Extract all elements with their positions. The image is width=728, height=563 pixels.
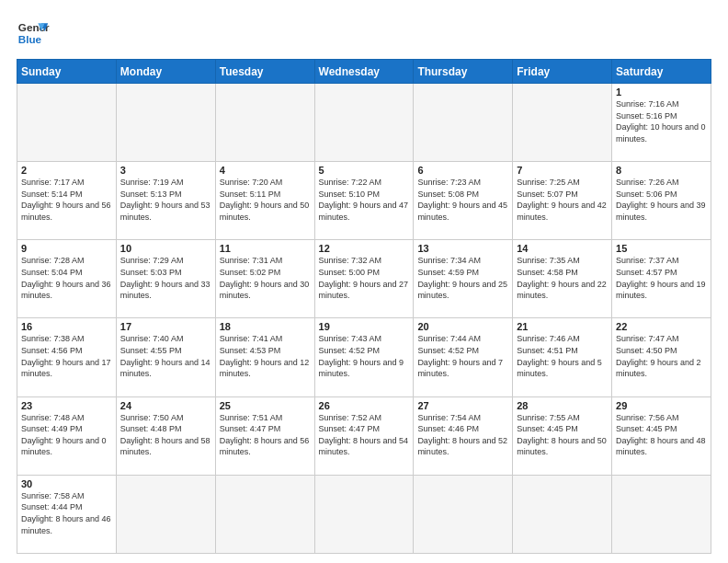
calendar-cell: 28Sunrise: 7:55 AMSunset: 4:45 PMDayligh… — [513, 396, 612, 475]
header-thursday: Thursday — [414, 60, 513, 84]
day-number: 22 — [616, 321, 707, 332]
day-info: Sunrise: 7:19 AMSunset: 5:13 PMDaylight:… — [120, 177, 211, 223]
day-info: Sunrise: 7:29 AMSunset: 5:03 PMDaylight:… — [120, 255, 211, 301]
day-info: Sunrise: 7:26 AMSunset: 5:06 PMDaylight:… — [616, 177, 707, 223]
calendar-cell: 6Sunrise: 7:23 AMSunset: 5:08 PMDaylight… — [414, 162, 513, 240]
calendar-cell — [215, 84, 314, 162]
header-friday: Friday — [513, 60, 612, 84]
header-saturday: Saturday — [612, 60, 711, 84]
day-info: Sunrise: 7:23 AMSunset: 5:08 PMDaylight:… — [417, 177, 508, 223]
day-info: Sunrise: 7:40 AMSunset: 4:55 PMDaylight:… — [120, 333, 211, 379]
day-number: 26 — [319, 400, 410, 411]
calendar-cell: 27Sunrise: 7:54 AMSunset: 4:46 PMDayligh… — [414, 396, 513, 475]
day-info: Sunrise: 7:25 AMSunset: 5:07 PMDaylight:… — [517, 177, 608, 223]
day-info: Sunrise: 7:58 AMSunset: 4:44 PMDaylight:… — [21, 490, 112, 536]
day-info: Sunrise: 7:44 AMSunset: 4:52 PMDaylight:… — [417, 333, 508, 379]
day-info: Sunrise: 7:52 AMSunset: 4:47 PMDaylight:… — [319, 412, 410, 458]
calendar-cell: 16Sunrise: 7:38 AMSunset: 4:56 PMDayligh… — [17, 318, 117, 396]
day-info: Sunrise: 7:37 AMSunset: 4:57 PMDaylight:… — [616, 255, 707, 301]
day-info: Sunrise: 7:51 AMSunset: 4:47 PMDaylight:… — [220, 412, 311, 458]
calendar-cell: 3Sunrise: 7:19 AMSunset: 5:13 PMDaylight… — [116, 162, 215, 240]
calendar-cell: 13Sunrise: 7:34 AMSunset: 4:59 PMDayligh… — [414, 240, 513, 318]
calendar-week-row: 2Sunrise: 7:17 AMSunset: 5:14 PMDaylight… — [17, 162, 711, 240]
day-info: Sunrise: 7:34 AMSunset: 4:59 PMDaylight:… — [417, 255, 508, 301]
day-number: 29 — [616, 400, 707, 411]
header-monday: Monday — [116, 60, 215, 84]
day-info: Sunrise: 7:20 AMSunset: 5:11 PMDaylight:… — [220, 177, 311, 223]
header-wednesday: Wednesday — [314, 60, 414, 84]
calendar-week-row: 9Sunrise: 7:28 AMSunset: 5:04 PMDaylight… — [17, 240, 711, 318]
day-number: 16 — [21, 321, 112, 332]
day-number: 3 — [120, 165, 211, 176]
calendar-cell: 26Sunrise: 7:52 AMSunset: 4:47 PMDayligh… — [314, 396, 414, 475]
day-number: 9 — [21, 243, 112, 254]
day-number: 21 — [517, 321, 608, 332]
calendar-header-row: Sunday Monday Tuesday Wednesday Thursday… — [17, 60, 711, 84]
day-info: Sunrise: 7:55 AMSunset: 4:45 PMDaylight:… — [517, 412, 608, 458]
day-info: Sunrise: 7:31 AMSunset: 5:02 PMDaylight:… — [220, 255, 311, 301]
calendar-cell: 5Sunrise: 7:22 AMSunset: 5:10 PMDaylight… — [314, 162, 414, 240]
calendar-cell — [414, 475, 513, 553]
calendar-cell: 30Sunrise: 7:58 AMSunset: 4:44 PMDayligh… — [17, 475, 117, 553]
calendar-cell: 11Sunrise: 7:31 AMSunset: 5:02 PMDayligh… — [215, 240, 314, 318]
day-info: Sunrise: 7:17 AMSunset: 5:14 PMDaylight:… — [21, 177, 112, 223]
page: General Blue Sunday Monday Tuesday Wedne… — [0, 0, 728, 563]
calendar-cell: 17Sunrise: 7:40 AMSunset: 4:55 PMDayligh… — [116, 318, 215, 396]
calendar-cell: 8Sunrise: 7:26 AMSunset: 5:06 PMDaylight… — [612, 162, 711, 240]
day-info: Sunrise: 7:35 AMSunset: 4:58 PMDaylight:… — [517, 255, 608, 301]
calendar-cell: 9Sunrise: 7:28 AMSunset: 5:04 PMDaylight… — [17, 240, 117, 318]
calendar-table: Sunday Monday Tuesday Wednesday Thursday… — [17, 59, 711, 554]
calendar-cell: 1Sunrise: 7:16 AMSunset: 5:16 PMDaylight… — [612, 84, 711, 162]
calendar-cell — [314, 84, 414, 162]
day-number: 6 — [417, 165, 508, 176]
day-info: Sunrise: 7:50 AMSunset: 4:48 PMDaylight:… — [120, 412, 211, 458]
day-number: 15 — [616, 243, 707, 254]
day-number: 5 — [319, 165, 410, 176]
day-number: 10 — [120, 243, 211, 254]
day-info: Sunrise: 7:43 AMSunset: 4:52 PMDaylight:… — [319, 333, 410, 379]
day-number: 12 — [319, 243, 410, 254]
calendar-cell: 15Sunrise: 7:37 AMSunset: 4:57 PMDayligh… — [612, 240, 711, 318]
day-info: Sunrise: 7:48 AMSunset: 4:49 PMDaylight:… — [21, 412, 112, 458]
day-number: 7 — [517, 165, 608, 176]
header-sunday: Sunday — [17, 60, 117, 84]
day-info: Sunrise: 7:32 AMSunset: 5:00 PMDaylight:… — [319, 255, 410, 301]
calendar-cell: 12Sunrise: 7:32 AMSunset: 5:00 PMDayligh… — [314, 240, 414, 318]
calendar-cell — [513, 475, 612, 553]
calendar-cell: 2Sunrise: 7:17 AMSunset: 5:14 PMDaylight… — [17, 162, 117, 240]
logo: General Blue — [17, 17, 50, 50]
calendar-week-row: 16Sunrise: 7:38 AMSunset: 4:56 PMDayligh… — [17, 318, 711, 396]
calendar-cell: 20Sunrise: 7:44 AMSunset: 4:52 PMDayligh… — [414, 318, 513, 396]
calendar-cell: 14Sunrise: 7:35 AMSunset: 4:58 PMDayligh… — [513, 240, 612, 318]
day-info: Sunrise: 7:46 AMSunset: 4:51 PMDaylight:… — [517, 333, 608, 379]
logo-icon: General Blue — [17, 17, 50, 50]
calendar-cell — [17, 84, 117, 162]
day-info: Sunrise: 7:16 AMSunset: 5:16 PMDaylight:… — [616, 98, 707, 144]
day-number: 2 — [21, 165, 112, 176]
header-tuesday: Tuesday — [215, 60, 314, 84]
day-info: Sunrise: 7:28 AMSunset: 5:04 PMDaylight:… — [21, 255, 112, 301]
day-number: 28 — [517, 400, 608, 411]
calendar-cell: 10Sunrise: 7:29 AMSunset: 5:03 PMDayligh… — [116, 240, 215, 318]
day-number: 13 — [417, 243, 508, 254]
svg-text:Blue: Blue — [18, 33, 42, 45]
calendar-cell — [513, 84, 612, 162]
calendar-cell — [116, 475, 215, 553]
day-number: 27 — [417, 400, 508, 411]
day-number: 11 — [220, 243, 311, 254]
day-info: Sunrise: 7:41 AMSunset: 4:53 PMDaylight:… — [220, 333, 311, 379]
calendar-cell: 19Sunrise: 7:43 AMSunset: 4:52 PMDayligh… — [314, 318, 414, 396]
day-number: 8 — [616, 165, 707, 176]
day-number: 14 — [517, 243, 608, 254]
calendar-week-row: 30Sunrise: 7:58 AMSunset: 4:44 PMDayligh… — [17, 475, 711, 553]
calendar-cell: 25Sunrise: 7:51 AMSunset: 4:47 PMDayligh… — [215, 396, 314, 475]
day-number: 17 — [120, 321, 211, 332]
calendar-cell: 21Sunrise: 7:46 AMSunset: 4:51 PMDayligh… — [513, 318, 612, 396]
day-number: 23 — [21, 400, 112, 411]
day-number: 24 — [120, 400, 211, 411]
calendar-cell: 29Sunrise: 7:56 AMSunset: 4:45 PMDayligh… — [612, 396, 711, 475]
calendar-cell — [215, 475, 314, 553]
header: General Blue — [17, 17, 711, 50]
calendar-cell — [414, 84, 513, 162]
calendar-cell — [116, 84, 215, 162]
